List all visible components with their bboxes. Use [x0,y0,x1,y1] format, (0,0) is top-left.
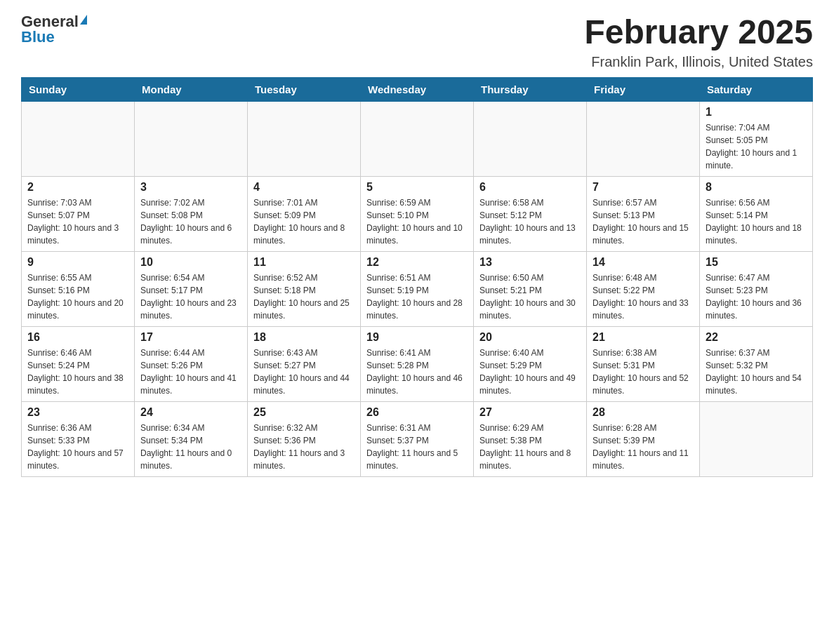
day-info: Sunrise: 6:52 AMSunset: 5:18 PMDaylight:… [253,271,355,322]
day-number: 14 [593,256,694,269]
weekday-header-sunday: Sunday [22,77,135,101]
title-block: February 2025 Franklin Park, Illinois, U… [584,14,813,70]
day-info: Sunrise: 6:44 AMSunset: 5:26 PMDaylight:… [140,347,241,397]
day-number: 6 [479,181,581,194]
day-number: 18 [253,331,355,344]
calendar-cell: 14Sunrise: 6:48 AMSunset: 5:22 PMDayligh… [587,251,700,326]
calendar-cell: 4Sunrise: 7:01 AMSunset: 5:09 PMDaylight… [248,176,361,251]
calendar-cell [248,101,361,176]
day-number: 24 [140,406,241,419]
day-number: 10 [140,256,241,269]
calendar-cell [361,101,474,176]
calendar-cell: 28Sunrise: 6:28 AMSunset: 5:39 PMDayligh… [587,401,700,476]
calendar-cell: 21Sunrise: 6:38 AMSunset: 5:31 PMDayligh… [587,326,700,401]
day-info: Sunrise: 7:02 AMSunset: 5:08 PMDaylight:… [140,196,241,247]
day-info: Sunrise: 6:32 AMSunset: 5:36 PMDaylight:… [253,422,355,472]
weekday-header-tuesday: Tuesday [248,77,361,101]
calendar-cell: 17Sunrise: 6:44 AMSunset: 5:26 PMDayligh… [135,326,248,401]
day-info: Sunrise: 6:43 AMSunset: 5:27 PMDaylight:… [253,347,355,397]
day-info: Sunrise: 6:57 AMSunset: 5:13 PMDaylight:… [593,196,694,247]
logo: General Blue [21,14,87,45]
day-number: 5 [366,181,468,194]
calendar-cell: 22Sunrise: 6:37 AMSunset: 5:32 PMDayligh… [700,326,813,401]
calendar-cell: 13Sunrise: 6:50 AMSunset: 5:21 PMDayligh… [474,251,587,326]
calendar-cell: 3Sunrise: 7:02 AMSunset: 5:08 PMDaylight… [135,176,248,251]
calendar-cell: 7Sunrise: 6:57 AMSunset: 5:13 PMDaylight… [587,176,700,251]
day-info: Sunrise: 7:04 AMSunset: 5:05 PMDaylight:… [706,121,807,172]
calendar-location: Franklin Park, Illinois, United States [584,54,813,70]
day-info: Sunrise: 6:50 AMSunset: 5:21 PMDaylight:… [479,271,581,322]
calendar-cell: 12Sunrise: 6:51 AMSunset: 5:19 PMDayligh… [361,251,474,326]
day-number: 19 [366,331,468,344]
day-number: 13 [479,256,581,269]
weekday-header-wednesday: Wednesday [361,77,474,101]
day-info: Sunrise: 6:51 AMSunset: 5:19 PMDaylight:… [366,271,468,322]
calendar-cell [22,101,135,176]
calendar-cell: 8Sunrise: 6:56 AMSunset: 5:14 PMDaylight… [700,176,813,251]
calendar-cell: 18Sunrise: 6:43 AMSunset: 5:27 PMDayligh… [248,326,361,401]
day-number: 22 [706,331,807,344]
day-number: 12 [366,256,468,269]
page-header: General Blue February 2025 Franklin Park… [21,14,813,70]
day-number: 23 [27,406,128,419]
day-number: 4 [253,181,355,194]
weekday-header-saturday: Saturday [700,77,813,101]
day-number: 3 [140,181,241,194]
day-number: 26 [366,406,468,419]
calendar-cell: 25Sunrise: 6:32 AMSunset: 5:36 PMDayligh… [248,401,361,476]
day-info: Sunrise: 6:28 AMSunset: 5:39 PMDaylight:… [593,422,694,472]
day-info: Sunrise: 6:54 AMSunset: 5:17 PMDaylight:… [140,271,241,322]
calendar-cell: 6Sunrise: 6:58 AMSunset: 5:12 PMDaylight… [474,176,587,251]
calendar-cell [135,101,248,176]
calendar-cell: 15Sunrise: 6:47 AMSunset: 5:23 PMDayligh… [700,251,813,326]
calendar-cell: 1Sunrise: 7:04 AMSunset: 5:05 PMDaylight… [700,101,813,176]
calendar-cell: 9Sunrise: 6:55 AMSunset: 5:16 PMDaylight… [22,251,135,326]
calendar-cell: 23Sunrise: 6:36 AMSunset: 5:33 PMDayligh… [22,401,135,476]
weekday-header-row: SundayMondayTuesdayWednesdayThursdayFrid… [22,77,813,101]
calendar-cell: 27Sunrise: 6:29 AMSunset: 5:38 PMDayligh… [474,401,587,476]
calendar-cell: 26Sunrise: 6:31 AMSunset: 5:37 PMDayligh… [361,401,474,476]
calendar-cell: 19Sunrise: 6:41 AMSunset: 5:28 PMDayligh… [361,326,474,401]
day-number: 9 [27,256,128,269]
calendar-cell: 20Sunrise: 6:40 AMSunset: 5:29 PMDayligh… [474,326,587,401]
day-number: 8 [706,181,807,194]
calendar-cell: 24Sunrise: 6:34 AMSunset: 5:34 PMDayligh… [135,401,248,476]
calendar-title: February 2025 [584,14,813,51]
calendar-week-row: 9Sunrise: 6:55 AMSunset: 5:16 PMDaylight… [22,251,813,326]
day-number: 20 [479,331,581,344]
day-info: Sunrise: 6:48 AMSunset: 5:22 PMDaylight:… [593,271,694,322]
day-number: 21 [593,331,694,344]
calendar-cell [587,101,700,176]
day-info: Sunrise: 6:36 AMSunset: 5:33 PMDaylight:… [27,422,128,472]
calendar-cell: 5Sunrise: 6:59 AMSunset: 5:10 PMDaylight… [361,176,474,251]
day-number: 17 [140,331,241,344]
calendar-week-row: 23Sunrise: 6:36 AMSunset: 5:33 PMDayligh… [22,401,813,476]
day-info: Sunrise: 6:56 AMSunset: 5:14 PMDaylight:… [706,196,807,247]
weekday-header-monday: Monday [135,77,248,101]
day-info: Sunrise: 6:29 AMSunset: 5:38 PMDaylight:… [479,422,581,472]
weekday-header-thursday: Thursday [474,77,587,101]
day-number: 16 [27,331,128,344]
day-number: 15 [706,256,807,269]
day-info: Sunrise: 6:37 AMSunset: 5:32 PMDaylight:… [706,347,807,397]
calendar-header: SundayMondayTuesdayWednesdayThursdayFrid… [22,77,813,101]
calendar-table: SundayMondayTuesdayWednesdayThursdayFrid… [21,77,813,477]
day-info: Sunrise: 6:59 AMSunset: 5:10 PMDaylight:… [366,196,468,247]
calendar-week-row: 2Sunrise: 7:03 AMSunset: 5:07 PMDaylight… [22,176,813,251]
day-info: Sunrise: 6:31 AMSunset: 5:37 PMDaylight:… [366,422,468,472]
logo-general-text: General [21,14,79,29]
day-info: Sunrise: 6:34 AMSunset: 5:34 PMDaylight:… [140,422,241,472]
calendar-week-row: 1Sunrise: 7:04 AMSunset: 5:05 PMDaylight… [22,101,813,176]
day-info: Sunrise: 6:55 AMSunset: 5:16 PMDaylight:… [27,271,128,322]
day-number: 11 [253,256,355,269]
calendar-cell: 2Sunrise: 7:03 AMSunset: 5:07 PMDaylight… [22,176,135,251]
day-number: 2 [27,181,128,194]
day-info: Sunrise: 7:01 AMSunset: 5:09 PMDaylight:… [253,196,355,247]
day-info: Sunrise: 6:58 AMSunset: 5:12 PMDaylight:… [479,196,581,247]
calendar-cell: 16Sunrise: 6:46 AMSunset: 5:24 PMDayligh… [22,326,135,401]
calendar-week-row: 16Sunrise: 6:46 AMSunset: 5:24 PMDayligh… [22,326,813,401]
calendar-cell [474,101,587,176]
day-number: 25 [253,406,355,419]
day-number: 7 [593,181,694,194]
day-info: Sunrise: 6:46 AMSunset: 5:24 PMDaylight:… [27,347,128,397]
